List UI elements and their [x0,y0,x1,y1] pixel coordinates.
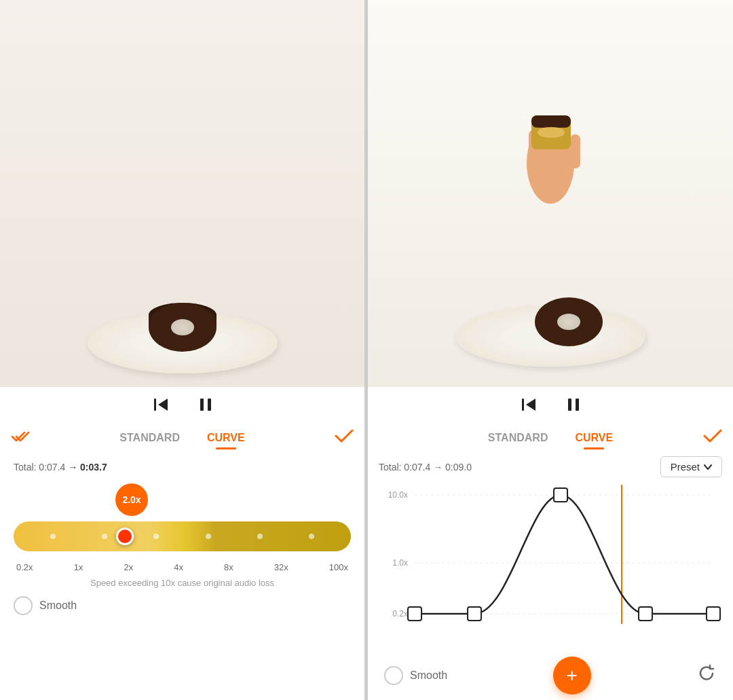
right-smooth-toggle[interactable]: Smooth [384,666,447,685]
left-confirm-button[interactable] [335,428,354,447]
svg-marker-1 [158,399,168,411]
right-total-time-row: Total: 0:07.4 → 0:09.0 Preset [379,456,722,477]
speed-controls: Total: 0:07.4 → 0:03.7 2.0x 0.2x 1x [0,454,364,700]
left-transport [0,387,364,422]
svg-rect-10 [531,115,571,128]
speed-label-2x: 2x [124,562,133,572]
svg-point-11 [538,127,565,138]
svg-rect-12 [522,399,524,411]
left-tab-curve[interactable]: CURVE [193,428,259,448]
reset-button[interactable] [696,663,717,688]
left-time-arrow: → [68,462,77,473]
right-pause-button[interactable] [565,397,582,413]
left-tab-standard[interactable]: STANDARD [106,428,193,448]
right-smooth-label: Smooth [410,669,447,682]
donut-ring-left [149,303,217,352]
add-point-button[interactable]: + [553,657,591,695]
left-smooth-label: Smooth [39,600,77,612]
left-tab-bar: STANDARD CURVE [0,422,364,454]
speed-dot-4 [206,534,211,539]
svg-rect-8 [570,134,580,168]
svg-rect-3 [208,399,211,411]
pause-icon-right [565,397,582,413]
ctrl-point-4[interactable] [639,607,652,621]
ctrl-point-2[interactable] [468,607,481,621]
ctrl-point-1[interactable] [408,607,421,621]
left-panel: STANDARD CURVE Total: 0:07.4 → 0:03.7 2.… [0,0,365,700]
left-video-bg [0,0,364,387]
hand-illustration [483,54,618,258]
right-tab-bar: STANDARD CURVE [368,422,733,454]
speed-dot-6 [309,534,314,539]
speed-label-32x: 32x [274,562,288,572]
ctrl-point-5[interactable] [707,607,720,621]
speed-label-4x: 4x [174,562,183,572]
curve-panel: Total: 0:07.4 → 0:09.0 Preset [368,454,733,700]
speed-dot-5 [257,534,263,539]
right-video-bg [368,0,733,387]
left-smooth-circle[interactable] [14,596,33,615]
speed-labels: 0.2x 1x 2x 4x 8x 32x 100x [14,562,351,572]
speed-label-1x: 1x [74,562,83,572]
right-skip-back-button[interactable] [519,395,538,414]
left-smooth-toggle[interactable]: Smooth [14,596,351,615]
speed-curve-path [415,495,713,614]
right-smooth-circle[interactable] [384,666,403,685]
right-tab-curve[interactable]: CURVE [561,428,626,448]
plus-icon: + [566,666,577,685]
right-transport [368,387,733,422]
check-icon-left [335,428,354,443]
right-panel: STANDARD CURVE Total: 0:07.4 → 0:09.0 Pr… [368,0,733,700]
speed-dot-2 [102,534,107,539]
speed-bubble: 2.0x [115,483,148,516]
curve-svg: 10.0x 1.0x 0.2x [379,481,722,631]
speed-label-02x: 0.2x [16,562,33,572]
chevron-down-icon [704,464,712,470]
svg-rect-15 [576,399,579,411]
right-confirm-button[interactable] [703,428,722,447]
svg-marker-13 [526,399,535,411]
speed-label-100x: 100x [329,562,348,572]
svg-rect-2 [200,399,204,411]
ctrl-point-3[interactable] [554,488,567,502]
preset-button[interactable]: Preset [660,456,722,477]
right-new-time: 0:09.0 [445,462,472,473]
right-time-label: Total: 0:07.4 [379,462,430,473]
right-time-arrow: → [433,462,443,473]
skip-back-icon-right [519,395,538,414]
right-time-info: Total: 0:07.4 → 0:09.0 [379,462,472,473]
svg-rect-0 [154,399,156,411]
left-new-time: 0:03.7 [80,462,107,473]
right-video-preview [368,0,733,387]
reset-icon [696,663,717,684]
curve-graph-area: 10.0x 1.0x 0.2x [379,481,722,648]
left-video-preview [0,0,364,387]
back-button[interactable] [11,430,30,447]
y-label-02x: 0.2x [392,609,408,619]
speed-warning: Speed exceeding 10x cause original audio… [14,578,351,588]
svg-rect-14 [568,399,571,411]
y-label-1x: 1.0x [392,558,408,568]
left-skip-back-button[interactable] [151,395,170,414]
preset-label: Preset [671,461,700,473]
double-check-icon [11,430,30,443]
speed-dot-3 [153,534,159,539]
skip-back-icon [151,395,170,414]
pause-icon-left [198,397,214,413]
speed-track[interactable] [14,521,351,551]
speed-thumb[interactable] [116,528,134,545]
curve-bottom-row: Smooth + [379,657,722,695]
check-icon-right [703,428,722,443]
left-pause-button[interactable] [198,397,214,413]
y-label-10x: 10.0x [388,490,408,500]
speed-slider-container [14,521,351,551]
speed-dot-1 [50,534,56,539]
left-time-label: Total: 0:07.4 [14,462,65,473]
right-tab-standard[interactable]: STANDARD [474,428,562,448]
donut-ring-right [535,297,603,346]
left-total-time: Total: 0:07.4 → 0:03.7 [14,462,351,473]
speed-label-8x: 8x [224,562,233,572]
speed-dots [14,534,351,539]
